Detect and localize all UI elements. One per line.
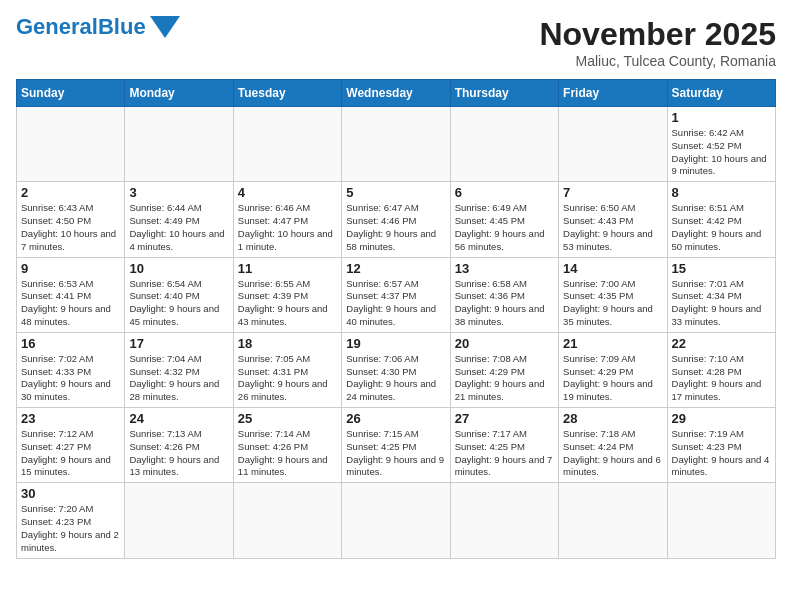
day-number: 12 (346, 261, 445, 276)
day-number: 9 (21, 261, 120, 276)
svg-marker-0 (150, 16, 180, 38)
calendar-day-cell: 11Sunrise: 6:55 AM Sunset: 4:39 PM Dayli… (233, 257, 341, 332)
day-info: Sunrise: 7:10 AM Sunset: 4:28 PM Dayligh… (672, 353, 771, 404)
location-subtitle: Maliuc, Tulcea County, Romania (539, 53, 776, 69)
day-of-week-header: Thursday (450, 80, 558, 107)
calendar-day-cell: 16Sunrise: 7:02 AM Sunset: 4:33 PM Dayli… (17, 332, 125, 407)
calendar-day-cell: 12Sunrise: 6:57 AM Sunset: 4:37 PM Dayli… (342, 257, 450, 332)
day-number: 28 (563, 411, 662, 426)
day-number: 20 (455, 336, 554, 351)
day-info: Sunrise: 7:18 AM Sunset: 4:24 PM Dayligh… (563, 428, 662, 479)
day-info: Sunrise: 6:50 AM Sunset: 4:43 PM Dayligh… (563, 202, 662, 253)
day-info: Sunrise: 6:42 AM Sunset: 4:52 PM Dayligh… (672, 127, 771, 178)
day-number: 26 (346, 411, 445, 426)
day-info: Sunrise: 6:54 AM Sunset: 4:40 PM Dayligh… (129, 278, 228, 329)
day-number: 21 (563, 336, 662, 351)
calendar-day-cell (233, 107, 341, 182)
day-number: 22 (672, 336, 771, 351)
calendar-week-row: 16Sunrise: 7:02 AM Sunset: 4:33 PM Dayli… (17, 332, 776, 407)
calendar-day-cell: 6Sunrise: 6:49 AM Sunset: 4:45 PM Daylig… (450, 182, 558, 257)
day-number: 15 (672, 261, 771, 276)
day-info: Sunrise: 7:00 AM Sunset: 4:35 PM Dayligh… (563, 278, 662, 329)
calendar-week-row: 1Sunrise: 6:42 AM Sunset: 4:52 PM Daylig… (17, 107, 776, 182)
day-number: 14 (563, 261, 662, 276)
calendar-day-cell (233, 483, 341, 558)
calendar-week-row: 9Sunrise: 6:53 AM Sunset: 4:41 PM Daylig… (17, 257, 776, 332)
calendar-day-cell: 17Sunrise: 7:04 AM Sunset: 4:32 PM Dayli… (125, 332, 233, 407)
day-number: 11 (238, 261, 337, 276)
day-number: 4 (238, 185, 337, 200)
day-number: 2 (21, 185, 120, 200)
calendar-day-cell: 27Sunrise: 7:17 AM Sunset: 4:25 PM Dayli… (450, 408, 558, 483)
calendar-day-cell (342, 107, 450, 182)
day-info: Sunrise: 6:47 AM Sunset: 4:46 PM Dayligh… (346, 202, 445, 253)
logo: GeneralBlue (16, 16, 180, 38)
day-info: Sunrise: 7:05 AM Sunset: 4:31 PM Dayligh… (238, 353, 337, 404)
calendar-day-cell (450, 483, 558, 558)
calendar-day-cell: 21Sunrise: 7:09 AM Sunset: 4:29 PM Dayli… (559, 332, 667, 407)
calendar-table: SundayMondayTuesdayWednesdayThursdayFrid… (16, 79, 776, 559)
calendar-day-cell: 26Sunrise: 7:15 AM Sunset: 4:25 PM Dayli… (342, 408, 450, 483)
day-info: Sunrise: 6:57 AM Sunset: 4:37 PM Dayligh… (346, 278, 445, 329)
calendar-day-cell (559, 107, 667, 182)
calendar-day-cell (450, 107, 558, 182)
calendar-day-cell: 14Sunrise: 7:00 AM Sunset: 4:35 PM Dayli… (559, 257, 667, 332)
day-info: Sunrise: 7:15 AM Sunset: 4:25 PM Dayligh… (346, 428, 445, 479)
logo-icon (150, 16, 180, 38)
month-title: November 2025 (539, 16, 776, 53)
calendar-header-row: SundayMondayTuesdayWednesdayThursdayFrid… (17, 80, 776, 107)
calendar-day-cell: 19Sunrise: 7:06 AM Sunset: 4:30 PM Dayli… (342, 332, 450, 407)
calendar-day-cell: 9Sunrise: 6:53 AM Sunset: 4:41 PM Daylig… (17, 257, 125, 332)
calendar-day-cell: 23Sunrise: 7:12 AM Sunset: 4:27 PM Dayli… (17, 408, 125, 483)
calendar-day-cell: 4Sunrise: 6:46 AM Sunset: 4:47 PM Daylig… (233, 182, 341, 257)
day-number: 6 (455, 185, 554, 200)
page-header: GeneralBlue November 2025 Maliuc, Tulcea… (16, 16, 776, 69)
day-info: Sunrise: 7:19 AM Sunset: 4:23 PM Dayligh… (672, 428, 771, 479)
day-number: 5 (346, 185, 445, 200)
day-of-week-header: Sunday (17, 80, 125, 107)
logo-general: General (16, 14, 98, 39)
day-info: Sunrise: 6:58 AM Sunset: 4:36 PM Dayligh… (455, 278, 554, 329)
logo-text: GeneralBlue (16, 16, 146, 38)
day-info: Sunrise: 7:01 AM Sunset: 4:34 PM Dayligh… (672, 278, 771, 329)
day-info: Sunrise: 6:46 AM Sunset: 4:47 PM Dayligh… (238, 202, 337, 253)
calendar-day-cell (17, 107, 125, 182)
day-of-week-header: Wednesday (342, 80, 450, 107)
calendar-day-cell: 1Sunrise: 6:42 AM Sunset: 4:52 PM Daylig… (667, 107, 775, 182)
day-number: 16 (21, 336, 120, 351)
day-number: 27 (455, 411, 554, 426)
day-info: Sunrise: 7:14 AM Sunset: 4:26 PM Dayligh… (238, 428, 337, 479)
day-of-week-header: Saturday (667, 80, 775, 107)
calendar-day-cell (667, 483, 775, 558)
calendar-day-cell: 3Sunrise: 6:44 AM Sunset: 4:49 PM Daylig… (125, 182, 233, 257)
day-number: 7 (563, 185, 662, 200)
calendar-day-cell: 18Sunrise: 7:05 AM Sunset: 4:31 PM Dayli… (233, 332, 341, 407)
day-number: 10 (129, 261, 228, 276)
calendar-day-cell (342, 483, 450, 558)
calendar-day-cell: 29Sunrise: 7:19 AM Sunset: 4:23 PM Dayli… (667, 408, 775, 483)
day-info: Sunrise: 7:02 AM Sunset: 4:33 PM Dayligh… (21, 353, 120, 404)
calendar-day-cell: 15Sunrise: 7:01 AM Sunset: 4:34 PM Dayli… (667, 257, 775, 332)
day-number: 25 (238, 411, 337, 426)
calendar-day-cell: 13Sunrise: 6:58 AM Sunset: 4:36 PM Dayli… (450, 257, 558, 332)
day-number: 23 (21, 411, 120, 426)
day-number: 1 (672, 110, 771, 125)
day-number: 18 (238, 336, 337, 351)
day-info: Sunrise: 7:12 AM Sunset: 4:27 PM Dayligh… (21, 428, 120, 479)
calendar-day-cell: 28Sunrise: 7:18 AM Sunset: 4:24 PM Dayli… (559, 408, 667, 483)
day-info: Sunrise: 7:06 AM Sunset: 4:30 PM Dayligh… (346, 353, 445, 404)
calendar-day-cell: 20Sunrise: 7:08 AM Sunset: 4:29 PM Dayli… (450, 332, 558, 407)
day-of-week-header: Monday (125, 80, 233, 107)
day-number: 30 (21, 486, 120, 501)
day-info: Sunrise: 7:08 AM Sunset: 4:29 PM Dayligh… (455, 353, 554, 404)
calendar-day-cell: 25Sunrise: 7:14 AM Sunset: 4:26 PM Dayli… (233, 408, 341, 483)
day-info: Sunrise: 6:51 AM Sunset: 4:42 PM Dayligh… (672, 202, 771, 253)
calendar-day-cell: 2Sunrise: 6:43 AM Sunset: 4:50 PM Daylig… (17, 182, 125, 257)
day-number: 17 (129, 336, 228, 351)
day-info: Sunrise: 6:44 AM Sunset: 4:49 PM Dayligh… (129, 202, 228, 253)
day-info: Sunrise: 7:20 AM Sunset: 4:23 PM Dayligh… (21, 503, 120, 554)
day-info: Sunrise: 6:43 AM Sunset: 4:50 PM Dayligh… (21, 202, 120, 253)
calendar-week-row: 2Sunrise: 6:43 AM Sunset: 4:50 PM Daylig… (17, 182, 776, 257)
day-number: 3 (129, 185, 228, 200)
day-number: 8 (672, 185, 771, 200)
